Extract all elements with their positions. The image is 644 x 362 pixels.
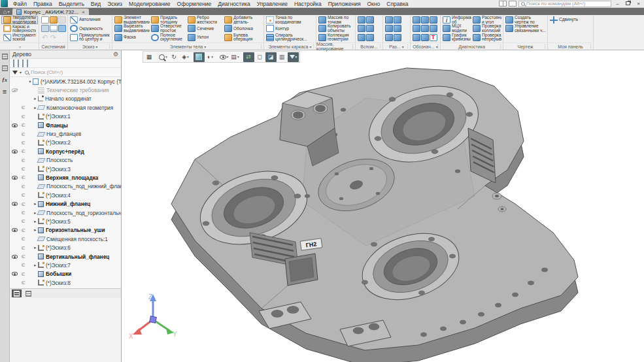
display-shaded-button[interactable] — [194, 52, 205, 62]
mass-properties-button[interactable]: МЦХ модели — [442, 24, 472, 33]
tree-item[interactable]: Плоскость_под_нижний_фланец_л — [10, 182, 121, 191]
group-dialog-launcher[interactable]: ⋮ — [405, 44, 409, 49]
viewport-3d[interactable]: ГН2 — [122, 50, 644, 362]
curvature-graph-button[interactable]: График кривизны — [442, 33, 472, 42]
tree-item[interactable]: Плоскость — [10, 156, 121, 165]
boolean-button[interactable]: Булева операция — [224, 33, 260, 42]
tree-item[interactable]: (*)Эскиз:4 — [10, 191, 121, 199]
tree-item[interactable]: ▸ (*)Эскиз:6 — [10, 243, 121, 252]
section-display-button[interactable]: ◪ — [265, 52, 277, 62]
save-all-button[interactable] — [58, 24, 66, 33]
group-dialog-launcher[interactable]: ⋮ — [311, 44, 315, 49]
tree-item[interactable]: (*)Эскиз:8 — [10, 278, 121, 287]
chamfer-button[interactable]: Фаска — [114, 33, 150, 42]
visibility-eye-icon[interactable] — [12, 88, 18, 92]
scene-image-button[interactable]: ▤ ▾ — [229, 52, 241, 62]
menu-item[interactable]: Вид — [88, 1, 104, 7]
grid-face-button[interactable] — [393, 33, 401, 42]
dropdown-caret-icon[interactable]: ▾ — [227, 55, 229, 59]
dropdown-caret-icon[interactable]: ▾ — [296, 55, 297, 59]
open-document-button[interactable] — [49, 16, 58, 24]
tree-search-input[interactable] — [31, 69, 109, 75]
sketch-tools-mode-button[interactable]: Инструменты эскиза — [1, 33, 38, 42]
menu-item[interactable]: Моделирование — [126, 1, 174, 7]
expand-arrow-icon[interactable]: ▸ — [33, 227, 38, 233]
blocks-tab-button[interactable] — [24, 289, 33, 297]
tree-item[interactable]: ▸ (*)Эскиз:7 — [10, 261, 121, 269]
aux-axis-button[interactable] — [365, 16, 374, 24]
note-line-button[interactable] — [412, 24, 420, 33]
clipping-box-button[interactable]: ◻ — [254, 52, 265, 62]
group-expand-icon[interactable]: ▾ — [95, 44, 97, 49]
restore-button[interactable] — [624, 1, 632, 7]
fx-panel-button[interactable]: ƒx — [1, 76, 9, 84]
tree-item[interactable]: ▸ Плоскость_под_горизонтальный_у — [10, 208, 121, 217]
full-fillet-button[interactable]: Полное скругление — [150, 33, 187, 42]
note-perp-button[interactable] — [420, 24, 429, 33]
parting-surface-button[interactable] — [393, 16, 401, 24]
modes-collapse-icon[interactable]: ▿ — [19, 44, 21, 49]
circle-button[interactable]: Окружность — [69, 24, 111, 33]
menu-item[interactable]: Окно — [364, 1, 383, 7]
filter-caret-icon[interactable]: ▾ — [20, 70, 22, 74]
note-person-button[interactable] — [429, 24, 437, 33]
distance-angle-button[interactable]: Расстояние и угол — [472, 16, 502, 24]
thicken-button[interactable]: Придать толщину — [150, 16, 187, 24]
tree-groups-button[interactable] — [22, 60, 24, 67]
autoline-button[interactable]: Автолиния — [69, 16, 111, 24]
group-dialog-launcher[interactable]: ⋮ — [63, 44, 67, 49]
rectangle-center-button[interactable]: Прямоугольник по центру и ве... — [69, 33, 111, 42]
menu-item[interactable]: Эскиз — [104, 1, 126, 7]
dropdown-caret-icon[interactable]: ▾ — [211, 55, 213, 59]
wireframe-surfaces-mode-button[interactable]: Каркас и поверхности — [1, 24, 38, 33]
menu-item[interactable]: Настройка — [291, 1, 325, 7]
document-tab[interactable]: Корпус _АКИИЖ.732... × — [12, 8, 88, 15]
menu-item[interactable]: Справка — [383, 1, 411, 7]
simple-hole-button[interactable]: Отверстие простое — [150, 24, 187, 33]
filter-funnel-icon[interactable] — [12, 71, 18, 74]
hide-objects-button[interactable]: ▾ — [218, 52, 229, 62]
expand-arrow-icon[interactable]: ▾ — [27, 79, 33, 84]
tab-close-icon[interactable]: × — [82, 9, 85, 15]
tree-area-button[interactable] — [27, 60, 28, 67]
object-info-button[interactable]: i Информация об объекте — [442, 16, 472, 24]
solid-modeling-mode-button[interactable]: Твердотельное моделирование — [1, 16, 38, 24]
app-logo-icon[interactable] — [1, 0, 8, 7]
tree-tab-button[interactable] — [12, 289, 22, 297]
array-by-points-button[interactable]: Массив по точкам — [318, 16, 354, 24]
menu-item[interactable]: Файл — [10, 1, 30, 7]
collision-check-button[interactable]: Проверка коллизий — [472, 24, 502, 33]
dropdown-caret-icon[interactable]: ▾ — [187, 55, 189, 59]
print-button[interactable] — [41, 24, 49, 33]
tree-item[interactable]: Смещенная плоскость:1 — [10, 235, 121, 243]
group-dialog-launcher[interactable]: ⋮ — [107, 44, 111, 49]
minimize-button[interactable]: – — [613, 1, 622, 7]
print-preview-button[interactable] — [49, 24, 58, 33]
contour-button[interactable]: Контур — [265, 24, 315, 33]
sheet-body-button[interactable] — [384, 33, 393, 42]
expand-arrow-icon[interactable]: ▸ — [33, 245, 38, 250]
menu-item[interactable]: Диагностика — [214, 1, 253, 7]
geometry-collection-button[interactable]: Коллекция геометрии — [318, 33, 354, 42]
tree-item[interactable]: (*)Эскиз:2 — [10, 139, 121, 147]
point-by-coords-button[interactable]: Точка по координатам — [265, 16, 315, 24]
visibility-eye-icon[interactable] — [12, 228, 18, 232]
visibility-eye-icon[interactable] — [12, 255, 18, 259]
split-line-button[interactable] — [384, 16, 393, 24]
aux-plane-button[interactable] — [357, 16, 365, 24]
cut-extrude-button[interactable]: Вырезать выдавливанием — [114, 24, 150, 33]
tree-item[interactable]: Бобышки — [10, 270, 121, 278]
tree-item[interactable]: (*)Эскиз:3 — [10, 165, 121, 173]
aux-point-button[interactable] — [365, 24, 374, 33]
expand-arrow-icon[interactable]: ▸ — [33, 219, 38, 224]
tree-relations-button[interactable] — [18, 60, 19, 67]
group-dialog-launcher[interactable]: ⋮ — [378, 44, 382, 49]
menu-item[interactable]: Управление — [254, 1, 291, 7]
group-expand-icon[interactable]: ▾ — [402, 44, 404, 49]
section-button[interactable]: Сечение — [187, 24, 224, 33]
note-pin-button[interactable] — [420, 33, 429, 42]
rib-button[interactable]: Ребро жесткости — [187, 16, 224, 24]
group-dialog-launcher[interactable]: ⋮ — [435, 44, 439, 49]
tree-item[interactable]: ▸ Начало координат — [10, 95, 121, 103]
group-dialog-launcher[interactable]: ⋮ — [498, 44, 502, 49]
